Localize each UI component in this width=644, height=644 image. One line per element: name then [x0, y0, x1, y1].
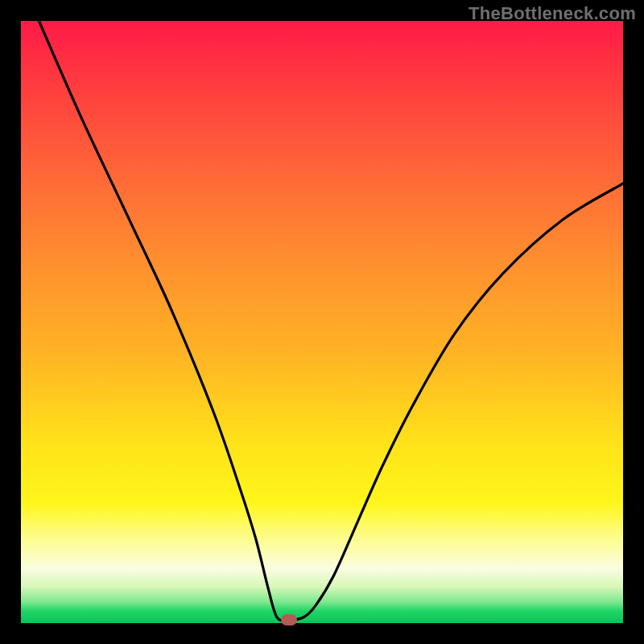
chart-plot-area [21, 21, 623, 623]
bottleneck-curve [21, 21, 623, 623]
optimal-point-marker [281, 614, 297, 625]
watermark-text: TheBottleneck.com [469, 3, 636, 24]
chart-frame: TheBottleneck.com [0, 0, 644, 644]
